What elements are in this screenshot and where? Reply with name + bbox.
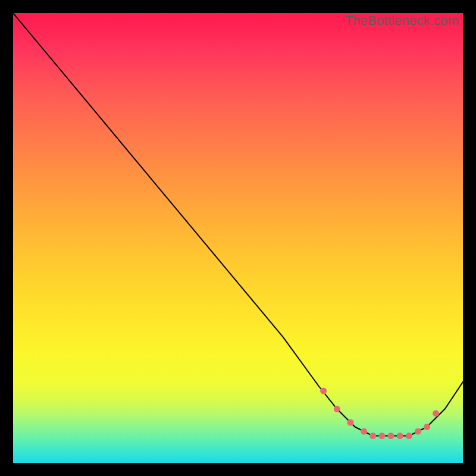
data-marker	[397, 433, 403, 439]
plot-area: TheBottleneck.com	[13, 13, 463, 463]
data-marker	[361, 428, 367, 435]
data-marker	[369, 433, 376, 439]
data-marker	[378, 433, 385, 439]
data-marker	[388, 433, 394, 439]
data-marker	[334, 406, 340, 412]
data-marker	[347, 419, 354, 426]
chart-svg	[13, 13, 463, 463]
data-curve	[13, 13, 463, 436]
data-marker	[406, 433, 412, 439]
data-marker	[415, 428, 421, 435]
chart-frame: TheBottleneck.com	[0, 0, 476, 476]
data-marker	[433, 410, 439, 416]
data-marker	[424, 424, 430, 430]
marker-group	[320, 388, 439, 440]
data-marker	[320, 388, 327, 394]
